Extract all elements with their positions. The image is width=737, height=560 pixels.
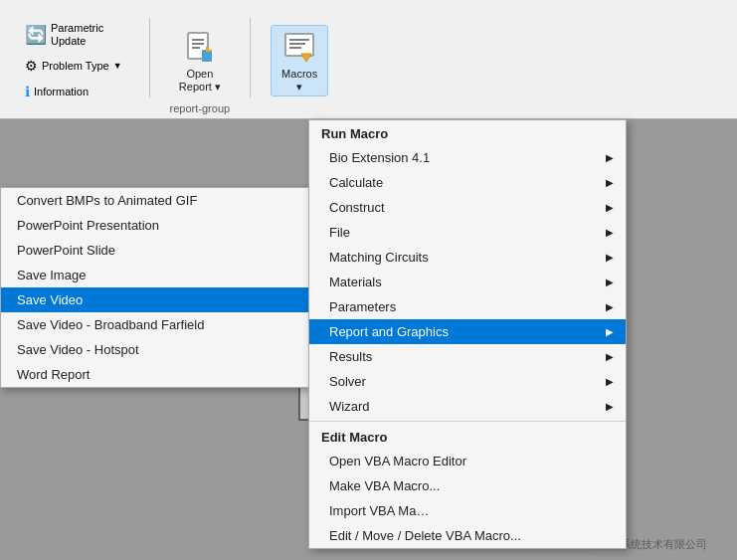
arrow-icon-calculate: ▶ xyxy=(606,177,614,188)
ribbon-group-parametric: 🔄 ParametricUpdate ⚙ Problem Type ▼ ℹ In… xyxy=(10,25,137,114)
settings-icon: ⚙ xyxy=(25,58,38,74)
arrow-icon-results: ▶ xyxy=(606,351,614,362)
menu-calculate[interactable]: Calculate ▶ xyxy=(309,170,626,195)
info-icon: ℹ xyxy=(25,84,30,99)
macros-label: Macros▾ xyxy=(281,68,317,93)
menu-materials[interactable]: Materials ▶ xyxy=(309,270,626,294)
submenu-powerpoint-slide[interactable]: PowerPoint Slide xyxy=(1,238,317,263)
workspace: Convert BMPs to Animated GIF PowerPoint … xyxy=(0,119,737,560)
report-graphics-submenu: Convert BMPs to Animated GIF PowerPoint … xyxy=(0,187,318,388)
submenu-powerpoint-presentation[interactable]: PowerPoint Presentation xyxy=(1,213,317,238)
information-button[interactable]: ℹ Information xyxy=(18,80,129,103)
arrow-icon-materials: ▶ xyxy=(606,277,614,287)
arrow-icon-construct: ▶ xyxy=(606,202,614,213)
run-macro-section-label: Run Macro xyxy=(309,120,626,145)
report-icon xyxy=(180,30,220,66)
arrow-icon-file: ▶ xyxy=(606,227,614,238)
menu-solver[interactable]: Solver ▶ xyxy=(309,369,626,394)
menu-separator-1 xyxy=(309,421,626,422)
problem-type-button[interactable]: ⚙ Problem Type ▼ xyxy=(18,54,129,78)
separator-1 xyxy=(149,18,150,97)
submenu-save-video-broadband[interactable]: Save Video - Broadband Farfield xyxy=(1,312,317,337)
problem-type-label: Problem Type xyxy=(42,60,109,72)
ribbon-group-report: OpenReport ▾ report-group xyxy=(162,25,239,114)
macros-button[interactable]: Macros▾ xyxy=(271,25,328,96)
submenu-save-video[interactable]: Save Video xyxy=(1,287,317,312)
refresh-icon: 🔄 xyxy=(25,24,47,46)
menu-wizard[interactable]: Wizard ▶ xyxy=(309,394,626,419)
submenu-convert-bmps[interactable]: Convert BMPs to Animated GIF xyxy=(1,188,317,213)
menu-file[interactable]: File ▶ xyxy=(309,220,626,245)
separator-2 xyxy=(250,18,251,97)
arrow-icon-report-graphics: ▶ xyxy=(606,326,614,337)
dropdown-arrow-icon: ▼ xyxy=(113,61,122,71)
edit-macro-section-label: Edit Macro xyxy=(309,424,626,449)
arrow-icon-parameters: ▶ xyxy=(606,301,614,312)
macro-menu: Run Macro Bio Extension 4.1 ▶ Calculate … xyxy=(308,119,627,549)
parametric-update-button[interactable]: 🔄 ParametricUpdate xyxy=(18,18,129,52)
arrow-icon-matching: ▶ xyxy=(606,252,614,263)
menu-open-vba[interactable]: Open VBA Macro Editor xyxy=(309,449,626,473)
menu-make-vba[interactable]: Make VBA Macro... xyxy=(309,473,626,498)
arrow-icon-solver: ▶ xyxy=(606,376,614,387)
menu-parameters[interactable]: Parameters ▶ xyxy=(309,294,626,319)
parametric-update-label: ParametricUpdate xyxy=(51,22,103,48)
svg-rect-6 xyxy=(285,34,313,56)
menu-results[interactable]: Results ▶ xyxy=(309,344,626,369)
submenu-save-image[interactable]: Save Image xyxy=(1,263,317,287)
menu-construct[interactable]: Construct ▶ xyxy=(309,195,626,220)
submenu-word-report[interactable]: Word Report xyxy=(1,362,317,387)
menu-import-vba[interactable]: Import VBA Ma… xyxy=(309,498,626,523)
open-report-label: OpenReport ▾ xyxy=(179,68,221,93)
arrow-icon-wizard: ▶ xyxy=(606,401,614,412)
ribbon-group-macros: Macros▾ xyxy=(263,25,336,114)
open-report-button[interactable]: OpenReport ▾ xyxy=(170,25,230,96)
information-label: Information xyxy=(34,86,89,97)
report-group-label: report-group xyxy=(170,98,231,114)
arrow-icon-bio: ▶ xyxy=(606,152,614,163)
menu-bio-extension[interactable]: Bio Extension 4.1 ▶ xyxy=(309,145,626,170)
ribbon: 🔄 ParametricUpdate ⚙ Problem Type ▼ ℹ In… xyxy=(0,0,737,119)
menu-report-and-graphics[interactable]: Report and Graphics ▶ xyxy=(309,319,626,344)
submenu-save-video-hotspot[interactable]: Save Video - Hotspot xyxy=(1,337,317,362)
menu-edit-move[interactable]: Edit / Move / Delete VBA Macro... xyxy=(309,523,626,548)
parametric-buttons: 🔄 ParametricUpdate ⚙ Problem Type ▼ ℹ In… xyxy=(18,25,129,96)
svg-marker-10 xyxy=(301,54,311,62)
menu-matching-circuits[interactable]: Matching Circuits ▶ xyxy=(309,245,626,270)
macros-icon xyxy=(279,30,319,66)
